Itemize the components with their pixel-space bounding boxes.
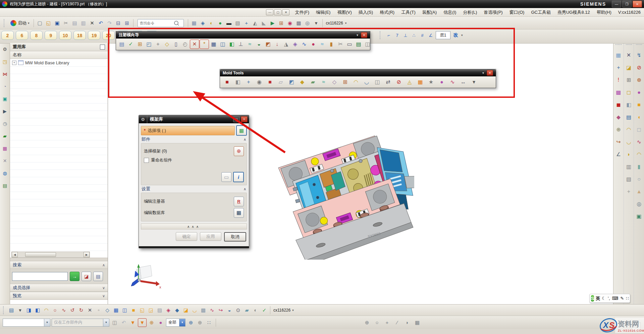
snap-target-blue-icon[interactable]: ⊕: [187, 319, 195, 327]
solid-patch-icon[interactable]: +: [244, 78, 253, 86]
mdi-restore-button[interactable]: ▢: [274, 9, 281, 15]
filter-orange-icon[interactable]: ▼: [129, 319, 137, 327]
edit-database-button[interactable]: ▦: [234, 208, 244, 218]
delete-face-icon[interactable]: ◲: [147, 306, 155, 314]
collapse-arrow-icon[interactable]: ∧: [244, 137, 246, 142]
red-cube-icon[interactable]: ◼: [614, 101, 623, 109]
compass-icon[interactable]: ◈: [199, 19, 207, 27]
cavity-layout-icon[interactable]: +: [154, 40, 162, 49]
menu-item[interactable]: GC工具箱: [528, 8, 554, 16]
perpendicular-icon[interactable]: ⊥: [402, 31, 409, 39]
mold-tools-icon[interactable]: ✕: [190, 40, 199, 49]
design-parting-icon[interactable]: ⊥: [236, 40, 245, 49]
runner-icon[interactable]: ∿: [300, 40, 309, 49]
half-tube-icon[interactable]: ◗: [625, 150, 633, 158]
menu-item[interactable]: 视图(V): [334, 8, 355, 16]
corner-snap-icon[interactable]: ⌐: [385, 31, 392, 39]
face-patch-icon[interactable]: ■: [266, 78, 274, 86]
trim-process-icon[interactable]: ✂: [336, 40, 345, 49]
scrollbar-thumb[interactable]: [25, 252, 56, 257]
toolbar-grip[interactable]: [380, 31, 382, 39]
selection-grid-icon[interactable]: ▦: [614, 51, 623, 59]
fold-sheet-icon[interactable]: ◪: [182, 306, 190, 314]
assembly-navigator-icon[interactable]: ▣: [1, 95, 9, 103]
white-cube-icon[interactable]: ◻: [635, 125, 643, 134]
calculate-area-icon[interactable]: ▦: [416, 78, 425, 86]
dashed-cube-icon[interactable]: ◻: [625, 88, 633, 96]
save-icon[interactable]: ▣: [53, 19, 61, 27]
mirror-model-icon[interactable]: ↔: [459, 78, 468, 86]
horizontal-scrollbar[interactable]: ◀ ▶: [11, 252, 90, 258]
sheet-flag-icon[interactable]: ◠: [42, 306, 50, 314]
angle-snap-icon[interactable]: ∠: [427, 31, 434, 39]
hatch-icon[interactable]: ▨: [156, 306, 164, 314]
search-options-button[interactable]: ▤: [93, 272, 103, 281]
table-icon[interactable]: ⊞: [625, 76, 633, 84]
apply-button[interactable]: 应用: [200, 232, 221, 241]
parts-section-header[interactable]: 部件 ∧: [141, 136, 247, 143]
cut-icon[interactable]: ✂: [62, 19, 70, 27]
menu-item[interactable]: 插入(S): [355, 8, 376, 16]
history-icon[interactable]: ◔: [1, 83, 9, 90]
snap-plus-icon[interactable]: +: [383, 319, 391, 327]
standard-parts-icon[interactable]: ◩: [264, 40, 272, 49]
shrinkage-icon[interactable]: ⊞: [136, 40, 144, 49]
more-mold-tools-icon[interactable]: ▾: [470, 78, 478, 86]
layer-number-button[interactable]: 8: [30, 31, 43, 40]
search-go-button[interactable]: →: [70, 272, 79, 281]
edge-patch-icon[interactable]: ◉: [255, 78, 264, 86]
delete-curve-icon[interactable]: ✕: [86, 306, 94, 314]
menu-item[interactable]: 编辑(E): [313, 8, 334, 16]
grid-snap-icon[interactable]: #: [419, 31, 426, 39]
curve-cw-icon[interactable]: ↻: [77, 306, 85, 314]
scroll-right-button[interactable]: ▶: [84, 252, 90, 257]
add-icon[interactable]: +: [625, 187, 633, 196]
pillar-icon[interactable]: ▮: [635, 162, 643, 171]
parting-navigator-icon[interactable]: ▯: [172, 40, 180, 49]
workpiece-icon[interactable]: ◰: [145, 40, 153, 49]
movie-icon[interactable]: ▶: [1, 108, 9, 115]
ime-keyboard-icon[interactable]: ⌨: [612, 296, 619, 301]
mold-csys-icon[interactable]: ✓: [126, 40, 135, 49]
chain-sheet-icon[interactable]: ◫: [111, 319, 119, 327]
settings-section-header[interactable]: 设置 ∧: [141, 185, 247, 193]
mold-tools-titlebar[interactable]: Mold Tools ▾ ✕: [220, 69, 496, 76]
layer-number-button[interactable]: 18: [73, 31, 86, 40]
mold-base-manage-button[interactable]: ▦: [236, 125, 247, 136]
move-object-icon[interactable]: +: [243, 19, 251, 27]
mold-base-icon[interactable]: ◒: [255, 40, 263, 49]
clear-search-button[interactable]: ◪: [82, 272, 91, 281]
layer-box[interactable]: 层1: [436, 31, 450, 39]
palette-ball-icon[interactable]: ●: [635, 88, 643, 96]
snap-point-icon[interactable]: ⊕: [363, 319, 371, 327]
roles-icon[interactable]: ⋈: [1, 70, 9, 78]
user-profile-label[interactable]: cx116226: [326, 21, 343, 25]
layer-number-button[interactable]: 20: [102, 31, 115, 40]
ime-punct-icon[interactable]: ’,: [608, 296, 610, 301]
modify-button[interactable]: 改: [452, 32, 460, 38]
enlarge-surface-icon[interactable]: ◩: [287, 78, 296, 86]
sketch-points-icon[interactable]: ◆: [614, 113, 623, 121]
rename-checkbox[interactable]: [144, 158, 149, 163]
search-input[interactable]: [139, 21, 174, 25]
initialize-project-icon[interactable]: ▤: [117, 40, 126, 49]
mesh-surface-icon[interactable]: ▦: [112, 306, 120, 314]
ime-moon-icon[interactable]: ☾: [602, 296, 606, 301]
circle-curve-icon[interactable]: ○: [51, 306, 59, 314]
layer-number-button[interactable]: 2: [1, 31, 14, 40]
close-icon[interactable]: ✕: [361, 32, 367, 38]
curve-ccw-icon[interactable]: ↺: [68, 306, 76, 314]
user-profile-label[interactable]: cx116226: [273, 308, 290, 313]
electrode-icon[interactable]: ▮: [327, 40, 336, 49]
more-tools-icon[interactable]: ▾: [312, 19, 320, 27]
trim-solid-icon[interactable]: ◫: [373, 78, 382, 86]
half-shade-icon[interactable]: ◒: [225, 306, 233, 314]
patch-opening-icon[interactable]: ⊞: [341, 78, 350, 86]
tree-expander-icon[interactable]: +: [12, 61, 16, 65]
chevron-down-icon[interactable]: ▾: [345, 21, 347, 25]
clock-icon[interactable]: ◷: [1, 120, 9, 127]
delete-body-icon[interactable]: ⊘: [394, 78, 403, 86]
minimize-button[interactable]: —: [612, 1, 621, 7]
bar-icon[interactable]: ▰: [243, 306, 251, 314]
close-icon[interactable]: ✕: [487, 70, 493, 76]
